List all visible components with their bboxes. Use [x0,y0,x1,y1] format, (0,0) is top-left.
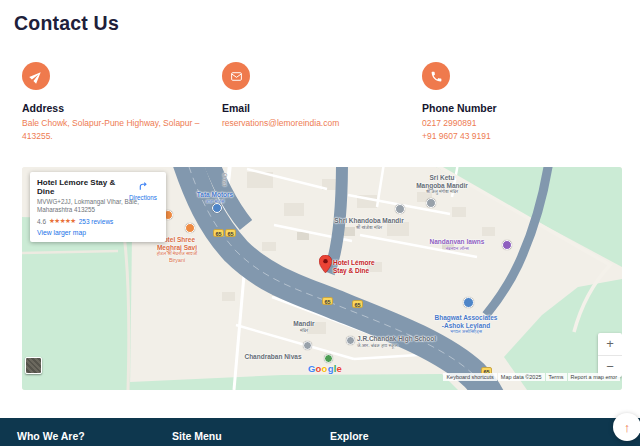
email-label: Email [222,102,418,114]
navigation-icon [22,62,50,90]
email-value: reservations@lemoreindia.com [222,117,418,130]
star-rating-icons: ★★★★★ [49,217,76,225]
poi-sri-ketu-mangoba-mandir[interactable]: Sri KetuMangoba Mandirश्री केतु मंगोबा म… [410,174,474,195]
address-line-1: Bale Chowk, Solapur-Pune Highway, Solapu… [22,117,218,130]
business-poi-icon[interactable] [463,297,474,308]
school-poi-icon[interactable] [346,336,355,345]
footer-heading-explore[interactable]: Explore [330,430,369,442]
phone-label: Phone Number [422,102,618,114]
up-arrow-icon: ↑ [624,420,631,435]
contact-address-block: Address Bale Chowk, Solapur-Pune Highway… [22,62,218,143]
highway-badge: 65 [322,297,333,305]
poi-nandanvan-lawns[interactable]: Nandanvan lawnsनंदनवन लॉन्स [426,238,488,251]
map-marker-pin[interactable] [319,255,332,273]
poi-chandraban-nivas[interactable]: Chandraban Nivas [239,353,307,361]
temple-poi-icon[interactable] [426,198,436,208]
phone-icon [422,62,450,90]
poi-shri-khandoba-mandir[interactable]: Shri Khandoba Mandirश्री खंडोबा मंदिर [330,217,408,230]
contact-page: Contact Us Address Bale Chowk, Solapur-P… [0,0,640,446]
page-title: Contact Us [14,12,119,35]
poi-jr-chandak-high-school[interactable]: J.R.Chandak High Schoolजे.आर. चंदक हाय स… [357,335,449,348]
address-label: Address [22,102,218,114]
page-footer: Who We Are? Site Menu Explore [0,418,640,446]
street-view-thumbnail[interactable] [25,357,42,374]
street-label-omst: Omst [222,173,228,186]
footer-heading-who-we-are[interactable]: Who We Are? [17,430,85,442]
email-icon [222,62,250,90]
map-attribution-bar: Keyboard shortcuts Map data ©2025 Terms … [443,373,620,381]
temple-poi-icon[interactable] [303,341,312,350]
directions-button[interactable]: Directions [125,180,161,201]
map-data-text: Map data ©2025 [498,373,545,381]
map-zoom-control: + − [598,333,622,377]
phone-line-1: 0217 2990891 [422,117,618,130]
address-line-2: 413255. [22,130,218,143]
highway-badge: 65 [225,229,236,237]
reviews-link[interactable]: 253 reviews [79,218,114,225]
poi-mandir[interactable]: Mandirमंदिर [284,320,324,333]
poi-hotel-lemore-marker-label[interactable]: Hotel LémoreStay & Dine [333,259,381,274]
report-map-error-link[interactable]: Report a map error [568,373,620,381]
google-logo[interactable]: Google [308,363,342,374]
keyboard-shortcuts-link[interactable]: Keyboard shortcuts [443,373,496,381]
restaurant-poi-icon[interactable] [185,223,195,233]
highway-badge: 65 [352,300,363,308]
map-card-address-2: Maharashtra 413255 [37,206,95,213]
zoom-in-button[interactable]: + [598,333,622,356]
footer-heading-site-menu[interactable]: Site Menu [172,430,222,442]
terms-link[interactable]: Terms [546,373,567,381]
directions-icon [137,180,150,193]
map-card-rating: 4.6 [37,218,46,225]
poi-tata-motors[interactable]: Tata Motorsटाटा मोटर्स [188,191,242,204]
contact-phone-block: Phone Number 0217 2990891 +91 9607 43 91… [422,62,618,143]
lawns-poi-icon[interactable] [502,240,512,250]
lodging-poi-icon[interactable] [324,354,333,363]
contact-email-block: Email reservations@lemoreindia.com [222,62,418,130]
car-dealer-poi-icon[interactable] [212,203,222,213]
map-card-address-1: MVWG+2JJ, Lokmangal Vihar, Bale, [37,198,139,205]
phone-line-2: +91 9607 43 9191 [422,130,618,143]
view-larger-map-link[interactable]: View larger map [37,229,159,236]
back-to-top-button[interactable]: ↑ [613,413,640,441]
map-info-card: Hotel Lémore Stay & Dine MVWG+2JJ, Lokma… [30,172,166,242]
google-map-embed[interactable]: 65 65 65 65 65 Tata Motorsटाटा मोटर्स Sr… [22,167,622,390]
temple-poi-icon[interactable] [395,204,405,214]
poi-bhagwat-associates[interactable]: Bhagwat Associates-Ashok Leylandभगवत असो… [418,314,514,335]
highway-badge: 65 [213,229,224,237]
